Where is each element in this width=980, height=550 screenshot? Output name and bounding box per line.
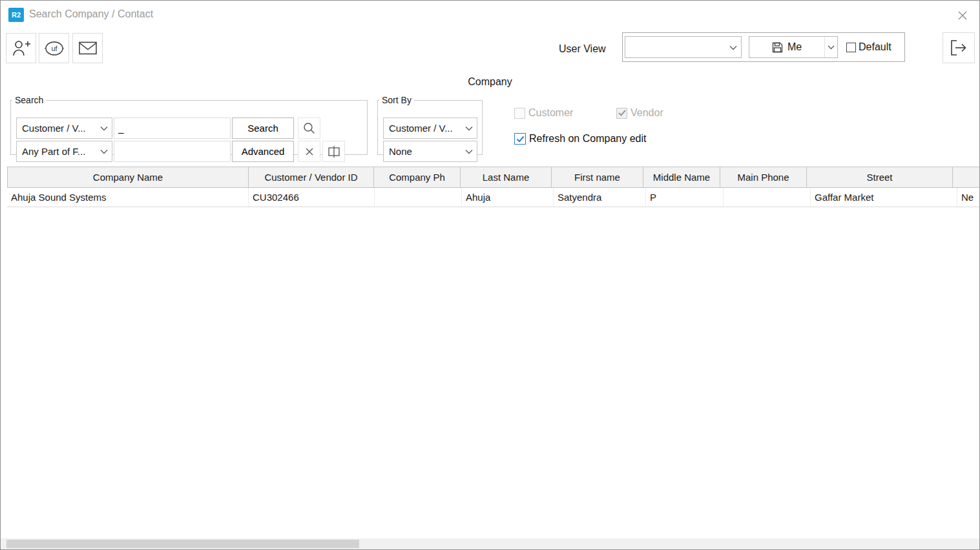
close-icon — [957, 10, 968, 21]
cell-company-name: Ahuja Sound Systems — [7, 188, 249, 207]
refresh-on-edit-checkbox[interactable]: Refresh on Company edit — [514, 133, 646, 145]
sort-by-legend: Sort By — [379, 95, 414, 105]
chevron-down-icon — [465, 126, 473, 131]
search-field-selected-value: Customer / V... — [22, 123, 86, 134]
table-header-row: Company Name Customer / Vendor ID Compan… — [7, 167, 979, 188]
user-filter-button[interactable]: uf — [39, 33, 69, 63]
window-title: Search Company / Contact — [29, 8, 153, 20]
split-view-button[interactable] — [322, 141, 345, 162]
cell-street: Gaffar Market — [811, 188, 957, 207]
chevron-down-icon — [100, 126, 108, 131]
chevron-down-icon — [729, 45, 737, 50]
clear-search-button[interactable] — [298, 141, 320, 162]
vendor-checkbox: Vendor — [616, 107, 663, 119]
column-header-partial[interactable] — [952, 167, 979, 188]
cell-middle-name: P — [646, 188, 724, 207]
uf-ellipse-icon: uf — [43, 40, 65, 57]
vendor-checkbox-box — [616, 108, 627, 119]
cell-partial: Ne — [957, 188, 979, 207]
chevron-down-icon — [465, 149, 473, 154]
sort-primary-selected-value: Customer / V... — [389, 123, 453, 134]
search-match-selected-value: Any Part of F... — [22, 146, 85, 157]
vendor-checkbox-label: Vendor — [631, 107, 663, 119]
title-bar: R2 Search Company / Contact — [1, 1, 979, 29]
email-button[interactable] — [72, 33, 103, 63]
cell-last-name: Ahuja — [462, 188, 554, 207]
sort-by-group: Sort By Customer / V... None — [377, 95, 483, 155]
search-match-select[interactable]: Any Part of F... — [16, 141, 112, 162]
table-row[interactable]: Ahuja Sound Systems CU302466 Ahuja Satye… — [7, 188, 979, 207]
cell-company-phone — [375, 188, 462, 207]
user-view-select[interactable] — [625, 36, 742, 58]
column-header-first-name[interactable]: First name — [551, 167, 643, 188]
save-floppy-icon — [772, 42, 783, 53]
close-button[interactable] — [954, 6, 972, 25]
customer-checkbox-box — [514, 108, 525, 119]
add-person-icon — [12, 39, 31, 58]
user-view-panel: Me Default — [622, 32, 905, 62]
save-view-me-button[interactable]: Me — [749, 36, 838, 58]
split-window-icon — [327, 145, 341, 158]
magnifier-icon — [303, 122, 315, 134]
exit-icon — [950, 39, 968, 56]
advanced-button[interactable]: Advanced — [232, 141, 294, 162]
search-secondary-input[interactable] — [114, 141, 231, 162]
search-group-legend: Search — [12, 95, 46, 105]
company-section-label: Company — [1, 76, 979, 88]
check-icon — [618, 110, 626, 116]
column-header-company-phone[interactable]: Company Ph — [373, 167, 461, 188]
sort-primary-select[interactable]: Customer / V... — [383, 117, 477, 139]
sort-secondary-select[interactable]: None — [383, 141, 477, 162]
default-checkbox[interactable]: Default — [846, 41, 891, 53]
search-query-input[interactable] — [114, 117, 231, 139]
cell-customer-vendor-id: CU302466 — [249, 188, 375, 207]
column-header-customer-vendor-id[interactable]: Customer / Vendor ID — [248, 167, 374, 188]
horizontal-scrollbar-thumb[interactable] — [6, 540, 359, 548]
me-button-label: Me — [787, 41, 802, 53]
app-window: R2 Search Company / Contact uf — [0, 0, 980, 550]
search-group: Search Customer / V... Search Any Part o… — [10, 95, 368, 155]
refresh-checkbox-box — [514, 133, 526, 145]
check-icon — [516, 136, 525, 143]
chevron-down-icon — [100, 149, 108, 154]
search-button[interactable]: Search — [232, 117, 294, 139]
clear-x-icon — [305, 147, 314, 156]
me-dropdown-chevron[interactable] — [824, 37, 837, 57]
sort-secondary-selected-value: None — [389, 146, 412, 157]
exit-button[interactable] — [943, 32, 975, 63]
user-view-label: User View — [559, 43, 606, 55]
horizontal-scrollbar[interactable] — [1, 538, 979, 549]
column-header-last-name[interactable]: Last Name — [460, 167, 552, 188]
default-checkbox-label: Default — [859, 41, 891, 53]
customer-checkbox: Customer — [514, 107, 573, 119]
quick-search-button[interactable] — [298, 117, 320, 139]
refresh-checkbox-label: Refresh on Company edit — [529, 133, 646, 145]
column-header-main-phone[interactable]: Main Phone — [720, 167, 807, 188]
cell-main-phone — [724, 188, 811, 207]
column-header-company-name[interactable]: Company Name — [7, 167, 249, 188]
cell-first-name: Satyendra — [554, 188, 646, 207]
envelope-icon — [79, 41, 97, 55]
customer-checkbox-label: Customer — [528, 107, 573, 119]
column-header-street[interactable]: Street — [806, 167, 953, 188]
results-table: Company Name Customer / Vendor ID Compan… — [7, 167, 979, 207]
app-logo: R2 — [8, 8, 24, 22]
default-checkbox-box — [846, 43, 856, 52]
search-field-select[interactable]: Customer / V... — [16, 117, 112, 139]
column-header-middle-name[interactable]: Middle Name — [643, 167, 720, 188]
add-contact-button[interactable] — [6, 33, 36, 63]
svg-text:uf: uf — [51, 45, 57, 52]
